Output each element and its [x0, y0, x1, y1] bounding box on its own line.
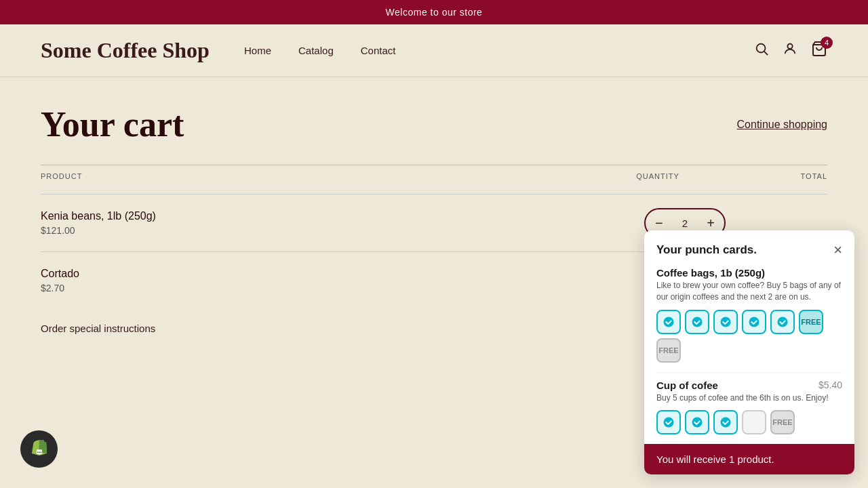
- svg-point-8: [664, 317, 674, 327]
- user-icon: [783, 41, 797, 56]
- svg-point-12: [778, 317, 788, 327]
- item-price-1: $121.00: [41, 225, 644, 236]
- banner-text: Welcome to our store: [386, 7, 483, 18]
- cart-badge: 4: [821, 37, 833, 49]
- header-icons: 4: [754, 41, 827, 60]
- main-nav: Home Catalog Contact: [244, 45, 754, 56]
- search-icon: [754, 41, 769, 56]
- search-button[interactable]: [754, 41, 769, 60]
- account-button[interactable]: [783, 41, 797, 60]
- popup-title: Your punch cards.: [656, 243, 757, 257]
- nav-home[interactable]: Home: [244, 45, 271, 56]
- item-info-1: Kenia beans, 1lb (250g) $121.00: [41, 210, 644, 236]
- cart-button[interactable]: 4: [811, 41, 827, 60]
- card-1-title: Coffee bags, 1b (250g): [656, 267, 842, 279]
- punch-icon: [742, 310, 766, 334]
- cart-header: Your cart Continue shopping: [41, 104, 827, 144]
- svg-point-0: [757, 44, 766, 53]
- item-price-2: $2.70: [41, 283, 644, 293]
- site-logo[interactable]: Some Coffee Shop: [41, 38, 244, 63]
- qty-value-1: 2: [673, 218, 698, 229]
- top-banner: Welcome to our store: [0, 0, 868, 24]
- punch-icon-free-empty: FREE: [656, 338, 681, 361]
- popup-header: Your punch cards. ×: [656, 243, 842, 258]
- punch-card-popup: Your punch cards. × Coffee bags, 1b (250…: [644, 230, 854, 361]
- svg-point-2: [787, 44, 792, 49]
- continue-shopping-link[interactable]: Continue shopping: [737, 119, 827, 131]
- cart-table-header: PRODUCT QUANTITY TOTAL: [41, 165, 827, 187]
- cart-title: Your cart: [41, 104, 184, 144]
- card-1-punches: FREE FREE: [656, 310, 842, 361]
- col-quantity-header: QUANTITY: [590, 172, 726, 180]
- nav-catalog[interactable]: Catalog: [298, 45, 334, 56]
- punch-icon: [770, 310, 795, 334]
- item-name-2: Cortado: [41, 268, 644, 280]
- svg-line-1: [764, 52, 768, 55]
- site-header: Some Coffee Shop Home Catalog Contact 4: [0, 24, 868, 77]
- item-info-2: Cortado $2.70: [41, 268, 644, 293]
- close-popup-button[interactable]: ×: [833, 243, 842, 258]
- card-1-desc: Like to brew your own coffee? Buy 5 bags…: [656, 280, 842, 303]
- punch-icon: [685, 310, 709, 334]
- svg-point-11: [749, 317, 760, 327]
- svg-point-9: [692, 317, 703, 327]
- punch-card-1: Coffee bags, 1b (250g) Like to brew your…: [656, 267, 842, 361]
- punch-icon: [656, 310, 681, 334]
- col-total-header: TOTAL: [726, 172, 827, 180]
- punch-icon-free-filled: FREE: [799, 310, 823, 334]
- item-name-1: Kenia beans, 1lb (250g): [41, 210, 644, 222]
- svg-point-10: [721, 317, 731, 327]
- col-product-header: PRODUCT: [41, 172, 590, 180]
- nav-contact[interactable]: Contact: [361, 45, 396, 56]
- punch-icon: [713, 310, 738, 334]
